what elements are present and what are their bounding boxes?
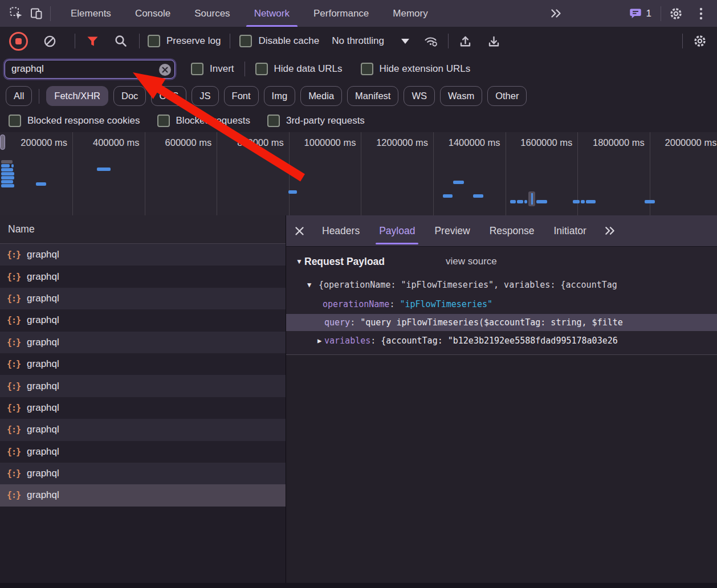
table-row[interactable]: {:}graphql	[0, 266, 286, 287]
settings-button[interactable]	[666, 3, 686, 24]
wifi-gear-icon	[423, 34, 438, 48]
hide-data-urls-toggle[interactable]: Hide data URLs	[255, 63, 343, 75]
payload-preview-line[interactable]: ▼ {operationName: "ipFlowTimeseries", va…	[286, 276, 717, 293]
throttling-select[interactable]: No throttling	[332, 35, 409, 47]
detail-tab-payload[interactable]: Payload	[369, 215, 425, 246]
clear-network-log-button[interactable]	[39, 31, 60, 51]
tab-performance[interactable]: Performance	[302, 0, 381, 27]
waterfall-bar	[1, 184, 14, 187]
table-row[interactable]: {:}graphql	[0, 441, 286, 463]
payload-query-line[interactable]: query: "query ipFlowTimeseries($accountT…	[286, 314, 717, 331]
payload-preview-text: {operationName: "ipFlowTimeseries", vari…	[319, 276, 617, 293]
detail-tab-headers[interactable]: Headers	[312, 215, 369, 246]
3rd-party-requests-checkbox[interactable]	[267, 115, 280, 127]
expander-closed-icon[interactable]: ▶	[317, 332, 321, 349]
filter-chip-all[interactable]: All	[6, 86, 32, 106]
invert-checkbox[interactable]	[191, 63, 203, 75]
detail-tab-initiator[interactable]: Initiator	[544, 215, 596, 246]
request-name: graphql	[27, 381, 59, 392]
more-tabs-button[interactable]	[546, 3, 567, 24]
expander-open-icon[interactable]: ▼	[307, 276, 311, 293]
table-row[interactable]: {:}graphql	[0, 309, 286, 331]
network-settings-button[interactable]	[690, 31, 710, 51]
timeline-column: 2000000 ms	[649, 132, 717, 215]
payload-variables-line[interactable]: ▶ variables: {accountTag: "b12e3b2192ee5…	[286, 332, 717, 349]
filter-chip-manifest[interactable]: Manifest	[347, 86, 398, 106]
close-details-button[interactable]	[286, 215, 312, 246]
filter-chip-wasm[interactable]: Wasm	[440, 86, 482, 106]
invert-toggle[interactable]: Invert	[191, 63, 234, 75]
filter-chip-css[interactable]: CSS	[151, 86, 186, 106]
tab-network[interactable]: Network	[242, 0, 302, 27]
filter-chip-doc[interactable]: Doc	[113, 86, 146, 106]
filter-chip-fetch-xhr[interactable]: Fetch/XHR	[46, 86, 108, 106]
filter-chip-img[interactable]: Img	[264, 86, 296, 106]
filter-chip-other[interactable]: Other	[487, 86, 527, 106]
timeline-tick-label: 600000 ms	[165, 137, 212, 148]
blocked-response-cookies-checkbox[interactable]	[9, 115, 21, 127]
clear-filter-button[interactable]	[159, 64, 171, 76]
tab-sources[interactable]: Sources	[182, 0, 242, 27]
detail-tab-response[interactable]: Response	[480, 215, 544, 246]
tab-memory[interactable]: Memory	[381, 0, 439, 27]
table-row[interactable]: {:}graphql	[0, 288, 286, 309]
filter-chip-ws[interactable]: WS	[404, 86, 435, 106]
3rd-party-requests-toggle[interactable]: 3rd-party requests	[267, 115, 365, 127]
device-toolbar-button[interactable]	[26, 3, 47, 24]
filter-toggle-button[interactable]	[82, 31, 103, 51]
timeline-tick-label: 1800000 ms	[593, 137, 645, 148]
search-icon	[114, 34, 128, 48]
table-row[interactable]: {:}graphql	[0, 332, 286, 353]
tab-console[interactable]: Console	[123, 0, 182, 27]
query-entry: query: "query ipFlowTimeseries($accountT…	[324, 314, 623, 331]
detail-tab-preview[interactable]: Preview	[425, 215, 479, 246]
more-details-tabs-button[interactable]	[600, 220, 620, 241]
filter-input[interactable]	[5, 60, 175, 79]
table-row[interactable]: {:}graphql	[0, 375, 286, 397]
kebab-menu-button[interactable]	[691, 3, 711, 24]
inspect-cursor-icon	[10, 7, 23, 20]
waterfall-bar	[11, 164, 14, 168]
timeline-overview[interactable]: 200000 ms400000 ms600000 ms800000 ms1000…	[0, 132, 717, 216]
tab-elements[interactable]: Elements	[59, 0, 123, 27]
export-har-button[interactable]	[484, 31, 504, 51]
hide-extension-urls-checkbox[interactable]	[361, 63, 373, 75]
clear-icon	[43, 35, 56, 48]
preserve-log-checkbox[interactable]	[148, 35, 160, 47]
filter-chip-media[interactable]: Media	[300, 86, 342, 106]
blocked-response-cookies-toggle[interactable]: Blocked response cookies	[9, 115, 140, 127]
search-button[interactable]	[111, 31, 131, 51]
hide-extension-urls-toggle[interactable]: Hide extension URLs	[361, 63, 471, 75]
waterfall-bar	[581, 200, 585, 203]
section-expander-icon[interactable]: ▼	[296, 253, 303, 270]
download-icon	[487, 34, 501, 48]
blocked-requests-checkbox[interactable]	[157, 115, 170, 127]
disable-cache-toggle[interactable]: Disable cache	[239, 35, 319, 47]
disable-cache-checkbox[interactable]	[239, 35, 252, 47]
network-conditions-button[interactable]	[421, 31, 441, 51]
issues-button[interactable]: 1	[625, 3, 656, 24]
table-row[interactable]: {:}graphql	[0, 353, 286, 375]
advanced-filters-row: Blocked response cookiesBlocked requests…	[0, 109, 717, 132]
preserve-log-toggle[interactable]: Preserve log	[148, 35, 221, 47]
table-row[interactable]: {:}graphql	[0, 397, 286, 419]
json-braces-icon: {:}	[7, 403, 21, 413]
requests-list: {:}graphql{:}graphql{:}graphql{:}graphql…	[0, 244, 286, 507]
table-row[interactable]: {:}graphql	[0, 463, 286, 484]
view-source-link[interactable]: view source	[446, 253, 497, 270]
hide-data-urls-checkbox[interactable]	[255, 63, 268, 75]
hide-extension-urls-label: Hide extension URLs	[380, 63, 471, 75]
table-row[interactable]: {:}graphql	[0, 244, 286, 266]
inspect-element-button[interactable]	[6, 3, 26, 24]
issues-chat-icon	[629, 7, 642, 19]
filter-chip-js[interactable]: JS	[192, 86, 218, 106]
filter-chip-font[interactable]: Font	[224, 86, 259, 106]
table-row[interactable]: {:}graphql	[0, 419, 286, 440]
record-network-log-button[interactable]	[9, 32, 28, 51]
upload-icon	[458, 34, 472, 48]
table-row[interactable]: {:}graphql	[0, 484, 286, 506]
payload-operation-line[interactable]: operationName: "ipFlowTimeseries"	[286, 296, 717, 313]
name-column-header[interactable]: Name	[0, 215, 286, 244]
blocked-requests-toggle[interactable]: Blocked requests	[157, 115, 250, 127]
import-har-button[interactable]	[455, 31, 476, 51]
